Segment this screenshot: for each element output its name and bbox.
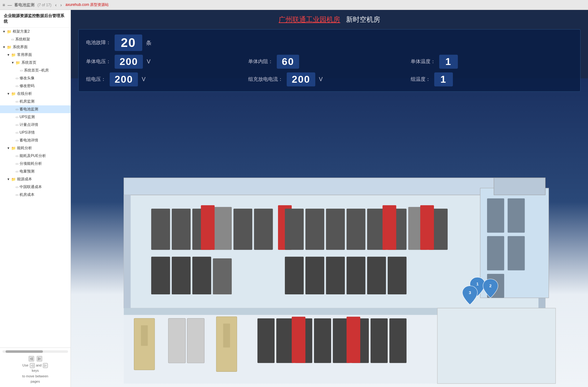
svg-rect-3 [124, 195, 131, 308]
stat-voltage-row: 单体电压： 200 V [86, 55, 248, 69]
gvoltage-unit: V [142, 76, 145, 83]
svg-rect-32 [367, 257, 386, 294]
sidebar-item-battdetail[interactable]: ▭蓄电池详情 [0, 136, 71, 144]
location-sub: 新时空机房 [346, 16, 380, 23]
svg-rect-10 [234, 209, 253, 250]
svg-rect-23 [420, 205, 434, 250]
floor-visualization: 1 2 3 [71, 78, 588, 387]
folder-icon: 📁 [11, 146, 16, 150]
sidebar-item-label: 蓄电池监测 [20, 107, 38, 112]
scroll-left-btn[interactable]: ◁ [29, 356, 34, 362]
svg-rect-29 [305, 257, 324, 294]
sidebar-item-energypue[interactable]: ▭能耗及PUE分析 [0, 152, 71, 160]
sidebar-item-energypred[interactable]: ▭电量预测 [0, 168, 71, 175]
fault-value: 20 [115, 35, 142, 51]
stat-gcurrent-row: 组充放电电流： 200 V [248, 72, 410, 86]
voltage-value: 200 [115, 55, 143, 69]
page-icon: ▭ [11, 38, 14, 41]
fault-unit: 条 [146, 39, 152, 47]
content-area: 广州联通工业园机房 新时空机房 电池故障： 20 条 单体电压： 200 V 单… [71, 10, 588, 387]
chevron-icon: ▼ [7, 92, 10, 95]
nav-prev-btn[interactable]: ‹ [54, 2, 58, 8]
menu-icon[interactable]: ≡ [2, 2, 5, 7]
sidebar-item-common[interactable]: ▼📁常用界面 [0, 51, 71, 59]
stat-resistance-row: 单体内阻： 60 [248, 55, 410, 69]
sidebar-item-roomcost[interactable]: ▭机房成本 [0, 191, 71, 199]
sidebar-item-energy[interactable]: ▼📁能耗分析 [0, 144, 71, 152]
svg-text:2: 2 [489, 283, 491, 288]
fault-label: 电池故障： [86, 39, 111, 46]
gvoltage-value: 200 [110, 72, 138, 86]
sidebar-item-upsdetail[interactable]: ▭UPS详情 [0, 129, 71, 136]
voltage-unit: V [147, 58, 150, 65]
page-icon: ▭ [16, 100, 18, 103]
sidebar-item-modpwd[interactable]: ▭修改密码 [0, 82, 71, 90]
minimize-icon[interactable]: — [7, 2, 12, 7]
top-bar: ≡ — 蓄电池监测 (7 of 17) ‹ › axurehub.com 原型资… [0, 0, 588, 10]
sidebar-item-ctcost[interactable]: ▭中国联通成本 [0, 183, 71, 191]
page-icon: ▭ [16, 170, 18, 173]
folder-icon: 📁 [7, 30, 11, 34]
sidebar-item-meterdetail[interactable]: ▭计量点详情 [0, 121, 71, 129]
axure-link[interactable]: axurehub.com 原型资源站 [66, 2, 109, 7]
sidebar-item-battmon[interactable]: ▭蓄电池监测 [0, 105, 71, 113]
svg-rect-31 [347, 257, 366, 294]
svg-rect-9 [213, 207, 232, 250]
resistance-label: 单体内阻： [248, 58, 273, 65]
svg-rect-26 [192, 257, 211, 294]
sidebar-item-frame2[interactable]: ▼📁框架方案2 [0, 28, 71, 35]
svg-rect-69 [437, 308, 556, 384]
folder-icon: 📁 [11, 53, 16, 57]
sidebar-item-syshome[interactable]: ▼📁系统首页 [0, 59, 71, 67]
folder-icon: 📁 [11, 92, 16, 96]
sidebar-item-label: 能耗及PUE分析 [20, 153, 46, 159]
svg-rect-49 [141, 325, 148, 346]
location-title: 广州联通工业园机房 新时空机房 [78, 15, 581, 24]
sidebar-bottom: ◁ ▷ Use ◁ and ▷ keys to move between pag… [0, 348, 71, 387]
chevron-icon: ▼ [7, 53, 10, 57]
sidebar-item-roommon[interactable]: ▭机房监测 [0, 98, 71, 105]
sidebar-item-upsmon[interactable]: ▭UPS监测 [0, 113, 71, 121]
sidebar-item-modavatar[interactable]: ▭修改头像 [0, 74, 71, 82]
chevron-icon: ▼ [2, 30, 6, 33]
svg-rect-37 [508, 198, 525, 233]
sidebar-item-label: 系统首页--机房 [24, 68, 49, 73]
sidebar-item-label: UPS监测 [20, 114, 35, 120]
temp-value: 1 [439, 55, 458, 69]
sidebar-item-energysub[interactable]: ▭分项能耗分析 [0, 160, 71, 168]
sidebar-item-label: 电量预测 [20, 169, 34, 174]
sidebar-item-cost[interactable]: ▼📁能源成本 [0, 175, 71, 183]
svg-rect-63 [347, 317, 360, 363]
chevron-icon: ▼ [11, 61, 14, 64]
svg-rect-38 [508, 236, 525, 270]
page-icon: ▭ [16, 84, 18, 88]
sidebar-item-label: 计量点详情 [20, 122, 38, 127]
sidebar-item-syshome_room[interactable]: ▭系统首页--机房 [0, 67, 71, 74]
sidebar: 企业能源资源监控数据后台管理系统 ▼📁框架方案2▭系统框架▼📁系统界面▼📁常用界… [0, 10, 71, 387]
svg-rect-17 [347, 209, 366, 250]
page-icon: ▭ [16, 185, 18, 189]
key-right: ▷ [43, 363, 48, 368]
page-title: 蓄电池监测 (7 of 17) [14, 2, 51, 8]
page-icon: ▭ [16, 162, 18, 165]
sidebar-item-sysui[interactable]: ▼📁系统界面 [0, 43, 71, 51]
gtemp-label: 组温度： [411, 76, 431, 83]
svg-rect-12 [201, 205, 215, 250]
nav-next-btn[interactable]: › [59, 2, 63, 8]
gcurrent-value: 200 [287, 72, 315, 86]
scroll-right-btn[interactable]: ▷ [37, 356, 42, 362]
stat-gtemp-row: 组温度： 1 [411, 72, 573, 86]
svg-rect-35 [487, 236, 504, 270]
svg-rect-45 [494, 178, 545, 195]
svg-rect-28 [285, 257, 304, 294]
svg-rect-54 [258, 318, 275, 363]
horizontal-scrollbar[interactable] [2, 350, 68, 353]
location-main: 广州联通工业园机房 [279, 16, 340, 23]
sidebar-item-online[interactable]: ▼📁在线分析 [0, 90, 71, 98]
voltage-label: 单体电压： [86, 58, 111, 65]
folder-icon: 📁 [11, 177, 16, 182]
resistance-value: 60 [277, 55, 299, 69]
sidebar-item-sysframe[interactable]: ▭系统框架 [0, 35, 71, 43]
page-icon: ▭ [16, 193, 18, 196]
info-header: 广州联通工业园机房 新时空机房 电池故障： 20 条 单体电压： 200 V 单… [71, 10, 588, 95]
